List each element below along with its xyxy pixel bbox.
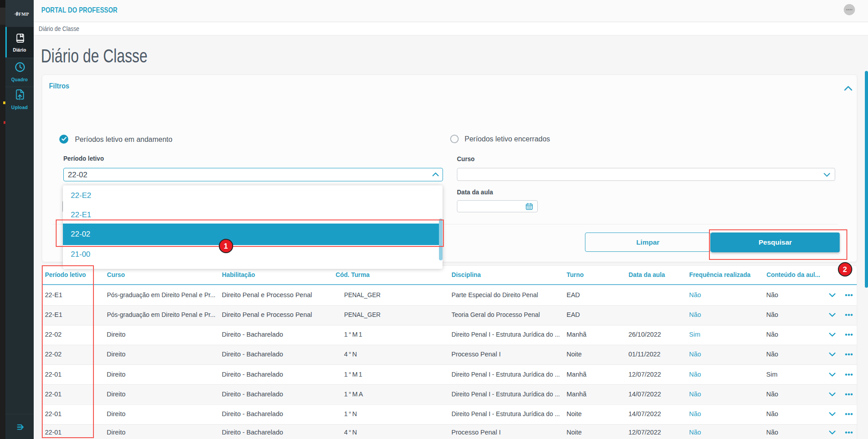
svg-text:FMP: FMP: [18, 12, 29, 17]
